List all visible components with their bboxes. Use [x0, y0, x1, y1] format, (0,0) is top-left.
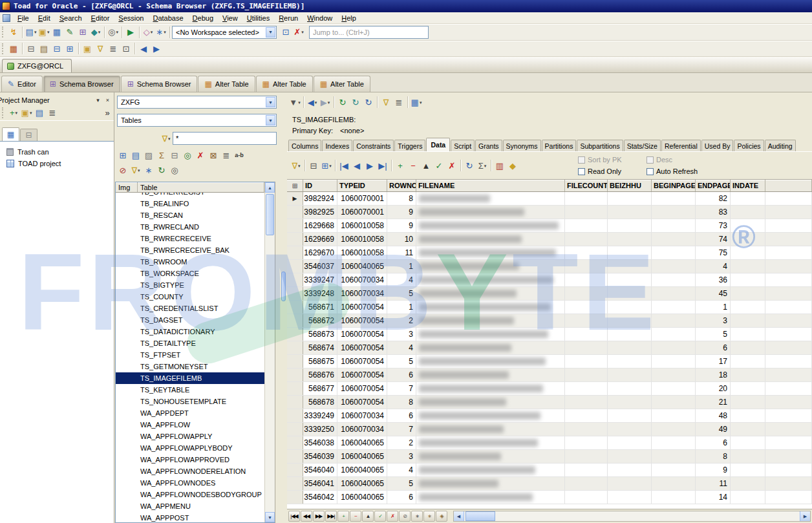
cell-rowno[interactable]: 8 [387, 192, 416, 205]
cell-filecount[interactable] [565, 273, 608, 286]
delete-record-icon[interactable]: − [407, 159, 420, 172]
cell-filecount[interactable] [565, 206, 608, 219]
cell-beizhhu[interactable] [608, 464, 652, 476]
cell-filecount[interactable] [565, 192, 608, 205]
post-edit-icon[interactable]: ✓ [433, 159, 445, 172]
connection-tab[interactable]: ZXFG@ORCL [2, 59, 72, 72]
cell-filename[interactable] [416, 450, 565, 463]
cell-indate[interactable] [731, 260, 765, 273]
cell-filename[interactable] [416, 301, 565, 314]
cell-typeid[interactable]: 1060040065 [337, 260, 387, 273]
cell-filename[interactable] [416, 273, 565, 286]
cell-id[interactable]: 3982924 [303, 192, 337, 205]
new-project-icon[interactable]: ▤ [33, 107, 46, 120]
cell-typeid[interactable]: 1060040065 [337, 464, 387, 476]
cell-indate[interactable] [731, 409, 765, 422]
cell-typeid[interactable]: 1060070054 [337, 382, 387, 395]
refresh-all-icon[interactable]: ↻ [362, 96, 375, 109]
cell-filename[interactable] [416, 464, 565, 476]
cell-beginpage[interactable] [652, 328, 696, 341]
grid-row[interactable]: 5686781060070054821 [287, 396, 812, 409]
cell-endpage[interactable]: 75 [696, 246, 731, 259]
cell-beginpage[interactable] [652, 477, 696, 490]
pm-tab-projects[interactable]: ▦ [2, 127, 19, 141]
toolbar-grip[interactable] [2, 27, 4, 37]
tab-synonyms[interactable]: Synonyms [503, 140, 541, 151]
cell-filename[interactable] [416, 396, 565, 409]
cell-beginpage[interactable] [652, 246, 696, 259]
paste-icon[interactable]: ▤ [37, 42, 50, 55]
nav-post-button[interactable]: ✓ [374, 511, 386, 522]
tab-alter-table[interactable]: ▦Alter Table [198, 76, 255, 92]
last-record-icon[interactable]: ▶| [376, 159, 389, 172]
cell-filename[interactable] [416, 355, 565, 368]
grid-row[interactable]: 33392501060070034749 [287, 423, 812, 436]
cell-id[interactable]: 3339250 [303, 423, 337, 436]
menu-utilities[interactable]: Utilities [242, 14, 274, 23]
pm-tab-database[interactable]: ⊟ [20, 129, 37, 141]
cell-beginpage[interactable] [652, 206, 696, 219]
table-list-item[interactable]: WA_APPFLOW [116, 419, 264, 431]
cell-filename[interactable] [416, 423, 565, 436]
row-selector[interactable] [287, 328, 303, 341]
cell-beginpage[interactable] [652, 396, 696, 409]
nav-last-page-button[interactable]: ▶▶| [325, 511, 337, 522]
object-filter-icon[interactable]: ∇ [379, 96, 392, 109]
cell-id[interactable]: 568673 [303, 328, 337, 341]
row-selector[interactable] [287, 464, 303, 476]
menu-debug[interactable]: Debug [188, 14, 218, 23]
cell-filename[interactable] [416, 233, 565, 246]
chevron-down-icon[interactable]: ▼ [266, 115, 275, 125]
tab-referential[interactable]: Referential [661, 140, 701, 151]
workspace-manage-icon[interactable]: ⊡ [279, 26, 292, 39]
cell-beizhhu[interactable] [608, 273, 652, 286]
history-forward-icon[interactable]: ▶▾ [319, 96, 332, 109]
cell-typeid[interactable]: 1060070034 [337, 409, 387, 422]
cell-beginpage[interactable] [652, 409, 696, 422]
cell-id[interactable]: 3339247 [303, 273, 337, 286]
row-selector[interactable] [287, 341, 303, 354]
menu-file[interactable]: File [13, 14, 34, 23]
nav-delete-button[interactable]: − [350, 511, 361, 522]
row-selector[interactable] [287, 219, 303, 232]
tab-script[interactable]: Script [451, 140, 475, 151]
cell-endpage[interactable]: 73 [696, 219, 731, 232]
cell-filename[interactable] [416, 382, 565, 395]
project-tree-item[interactable]: TOAD project [0, 158, 114, 169]
cell-indate[interactable] [731, 382, 765, 395]
cell-beizhhu[interactable] [608, 233, 652, 246]
checkbox-auto-refresh[interactable]: Auto Refresh [646, 165, 698, 177]
cell-beizhhu[interactable] [608, 301, 652, 314]
nav-refresh-button[interactable]: ⊘ [399, 511, 411, 522]
cell-rowno[interactable]: 5 [387, 355, 416, 368]
cell-id[interactable]: 568672 [303, 314, 337, 327]
column-header-indate[interactable]: INDATE [731, 180, 765, 191]
nav-prior-page-button[interactable]: ◀◀ [301, 511, 312, 522]
cell-endpage[interactable]: 4 [696, 260, 731, 273]
browser-options-icon[interactable]: ▼▾ [288, 96, 301, 109]
cell-endpage[interactable]: 18 [696, 368, 731, 381]
grid-options-icon[interactable]: ⊞▾ [320, 159, 333, 172]
sort-ab-icon[interactable]: a-b [233, 149, 246, 162]
find-object-icon[interactable]: ◎ [168, 164, 181, 176]
nav-goto-bookmark-button[interactable]: ∗ [423, 511, 435, 522]
tab-columns[interactable]: Columns [288, 140, 321, 151]
name-filter-input[interactable] [173, 132, 277, 145]
cell-rowno[interactable]: 3 [387, 450, 416, 463]
cell-beizhhu[interactable] [608, 287, 652, 300]
table-list-item[interactable]: TB_REALINFO [116, 198, 264, 209]
cell-typeid[interactable]: 1060070034 [337, 287, 387, 300]
tab-auditing[interactable]: Auditing [765, 140, 796, 151]
tab-editor[interactable]: ✎Editor [1, 76, 43, 92]
cell-id[interactable]: 568674 [303, 341, 337, 354]
cell-id[interactable]: 3546041 [303, 477, 337, 490]
cell-beizhhu[interactable] [608, 219, 652, 232]
cell-endpage[interactable]: 9 [696, 464, 731, 476]
cell-beizhhu[interactable] [608, 491, 652, 504]
refresh-list-icon[interactable]: ↻ [349, 96, 362, 109]
nav-insert-button[interactable]: + [337, 511, 349, 522]
cell-endpage[interactable]: 74 [696, 233, 731, 246]
cell-indate[interactable] [731, 219, 765, 232]
browser-filter-icon[interactable]: ∇▾ [129, 164, 142, 176]
cell-endpage[interactable]: 11 [696, 477, 731, 490]
